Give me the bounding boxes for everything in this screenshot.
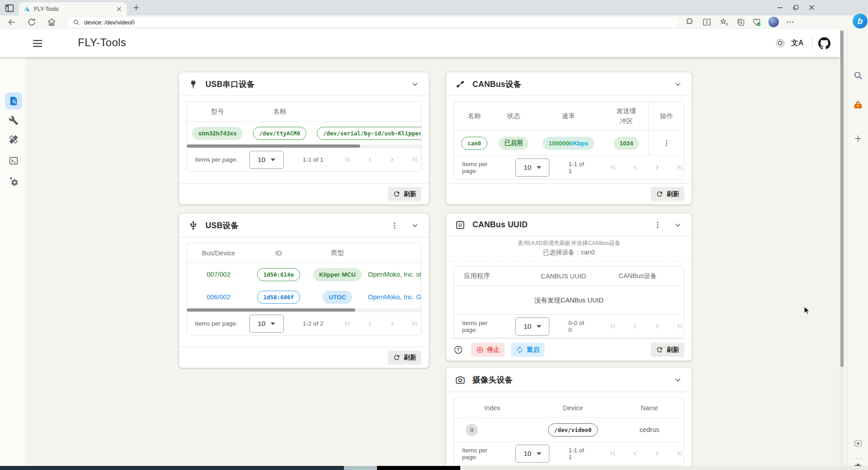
maximize-button[interactable] [793, 5, 799, 10]
next-page-icon[interactable] [653, 449, 662, 458]
last-page-icon[interactable] [675, 163, 684, 172]
page-size-select[interactable]: 10 [515, 445, 549, 463]
edge-sidebar [847, 29, 868, 470]
page-size-select[interactable]: 10 [515, 317, 549, 336]
col-header: ID [250, 243, 307, 263]
sidebar-search-icon[interactable] [853, 71, 863, 80]
next-page-icon[interactable] [653, 163, 662, 172]
video-bar-segment [377, 466, 460, 470]
bottom-video-bar [0, 466, 868, 470]
prev-page-icon[interactable] [631, 449, 639, 458]
nav-item-terminal[interactable] [9, 156, 19, 166]
terminal-icon [9, 156, 19, 166]
nav-item-tools[interactable] [9, 115, 19, 125]
extensions-icon[interactable] [685, 18, 694, 27]
split-screen-icon[interactable] [702, 18, 711, 27]
profile-avatar[interactable] [768, 17, 779, 27]
chevron-down-icon[interactable] [673, 375, 682, 384]
bing-copilot-icon[interactable]: b [853, 14, 868, 29]
github-icon[interactable] [818, 37, 830, 49]
collections-icon[interactable] [736, 18, 745, 27]
first-page-icon[interactable] [609, 449, 617, 458]
row-menu-icon[interactable] [663, 139, 671, 147]
sidebar-tools-icon[interactable] [853, 101, 863, 110]
help-icon[interactable]: ? [453, 345, 463, 355]
new-tab-button[interactable] [132, 4, 140, 12]
last-page-icon[interactable] [410, 319, 419, 328]
card-menu-icon[interactable] [653, 221, 662, 229]
refresh-button[interactable]: 刷新 [651, 343, 684, 357]
nav-rail [0, 57, 26, 470]
home-icon[interactable] [47, 18, 56, 27]
next-page-icon[interactable] [653, 322, 662, 331]
dropdown-arrow-icon [537, 452, 541, 455]
hscroll-thumb[interactable] [187, 144, 360, 148]
col-header: 状态 [495, 102, 533, 130]
uuid-hint-text: 查询UUID前请先刷新并选择CANbus设备 [446, 240, 692, 247]
browser-essentials-icon[interactable] [752, 18, 761, 27]
sidebar-screenshot-icon[interactable] [853, 439, 863, 448]
favicon [23, 5, 30, 13]
first-page-icon[interactable] [343, 155, 352, 164]
favorites-icon[interactable] [720, 18, 729, 27]
next-page-icon[interactable] [388, 319, 396, 328]
sidebar-add-icon[interactable] [854, 134, 863, 143]
col-header: Bus/Device [187, 243, 250, 263]
model-chip: stm32h743xx [192, 127, 243, 140]
refresh-button[interactable]: 刷新 [388, 350, 421, 364]
first-page-icon[interactable] [343, 319, 352, 328]
refresh-button[interactable]: 刷新 [388, 187, 421, 201]
nav-item-settings[interactable] [9, 176, 19, 187]
nav-item-device-query[interactable] [5, 92, 22, 110]
col-header: CANBUS UUID [531, 266, 609, 286]
card-menu-icon[interactable] [391, 221, 399, 230]
last-page-icon[interactable] [410, 155, 419, 164]
pagination: Items per page: 10 1-1 of 1 [454, 441, 684, 465]
theme-toggle-icon[interactable] [775, 38, 786, 48]
refresh-icon [656, 346, 663, 354]
close-window-button[interactable] [809, 5, 815, 10]
camera-icon [455, 375, 465, 385]
prev-page-icon[interactable] [366, 155, 374, 164]
chevron-down-icon[interactable] [673, 221, 682, 230]
can-name-chip: can0 [461, 137, 487, 150]
address-bar[interactable]: device: /dev/video0 [67, 17, 679, 28]
back-icon[interactable] [7, 18, 16, 27]
page-size-value: 10 [524, 450, 531, 458]
page-size-select[interactable]: 10 [249, 151, 284, 169]
menu-icon[interactable] [32, 38, 43, 48]
col-header: 类型 [307, 243, 368, 263]
restart-button[interactable]: 重启 [511, 343, 544, 357]
next-page-icon[interactable] [388, 155, 396, 164]
video-bar-segment [460, 466, 868, 470]
hscroll-thumb[interactable] [187, 308, 355, 312]
last-page-icon[interactable] [675, 449, 684, 458]
tab-close-icon[interactable] [115, 5, 123, 13]
prev-page-icon[interactable] [631, 322, 639, 331]
stop-button[interactable]: 停止 [471, 343, 505, 357]
reload-icon[interactable] [27, 18, 36, 27]
card-usb-header: USB设备 [179, 214, 429, 237]
minimize-button[interactable] [777, 5, 783, 10]
chevron-down-icon[interactable] [410, 80, 420, 89]
page-size-select[interactable]: 10 [249, 315, 284, 333]
tab-actions-icon[interactable] [5, 3, 14, 13]
browser-tab[interactable]: FLY-Tools [19, 2, 127, 15]
chevron-down-icon[interactable] [410, 221, 420, 230]
page-size-select[interactable]: 10 [515, 158, 549, 177]
doc-search-icon [5, 92, 22, 110]
nav-item-repair[interactable] [9, 134, 19, 144]
refresh-button[interactable]: 刷新 [651, 187, 684, 201]
table-header-row: 型号 名称 [187, 102, 421, 122]
first-page-icon[interactable] [609, 163, 617, 172]
chevron-down-icon[interactable] [673, 80, 682, 89]
last-page-icon[interactable] [675, 322, 684, 331]
dropdown-arrow-icon [271, 322, 275, 325]
pagination: Items per page: 10 1-1 of 1 [187, 148, 421, 171]
browser-menu-icon[interactable] [786, 18, 795, 27]
translate-icon[interactable]: 文A [791, 38, 804, 48]
scrollbar-thumb[interactable] [840, 31, 844, 367]
prev-page-icon[interactable] [366, 319, 374, 328]
prev-page-icon[interactable] [631, 163, 639, 172]
first-page-icon[interactable] [609, 322, 617, 331]
